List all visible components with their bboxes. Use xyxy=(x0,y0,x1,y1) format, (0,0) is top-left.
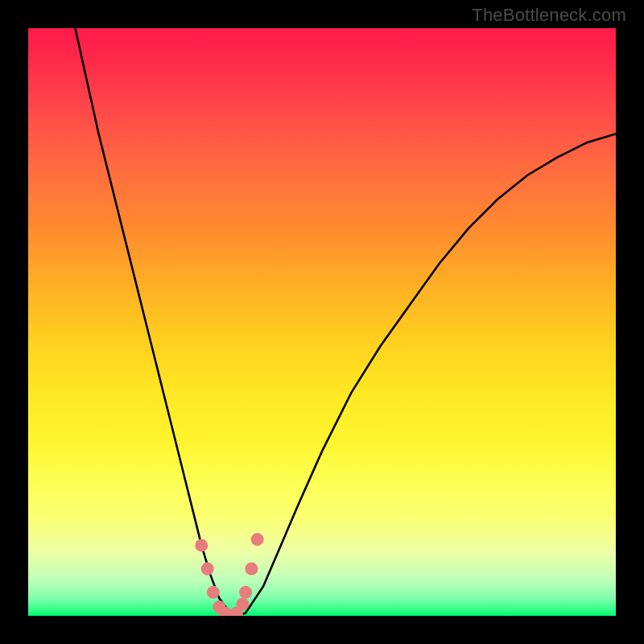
marker-dot xyxy=(236,597,249,610)
marker-dot xyxy=(207,586,220,599)
plot-area xyxy=(28,28,616,616)
marker-dot xyxy=(195,539,208,551)
curve-layer xyxy=(28,28,616,616)
chart-frame: TheBottleneck.com xyxy=(0,0,644,644)
watermark-text: TheBottleneck.com xyxy=(472,5,626,26)
bottleneck-curve-path xyxy=(75,28,616,616)
optimal-zone-markers xyxy=(195,533,263,616)
marker-dot xyxy=(245,563,258,576)
marker-dot xyxy=(239,586,252,599)
marker-dot xyxy=(251,533,264,546)
marker-dot xyxy=(201,563,214,576)
